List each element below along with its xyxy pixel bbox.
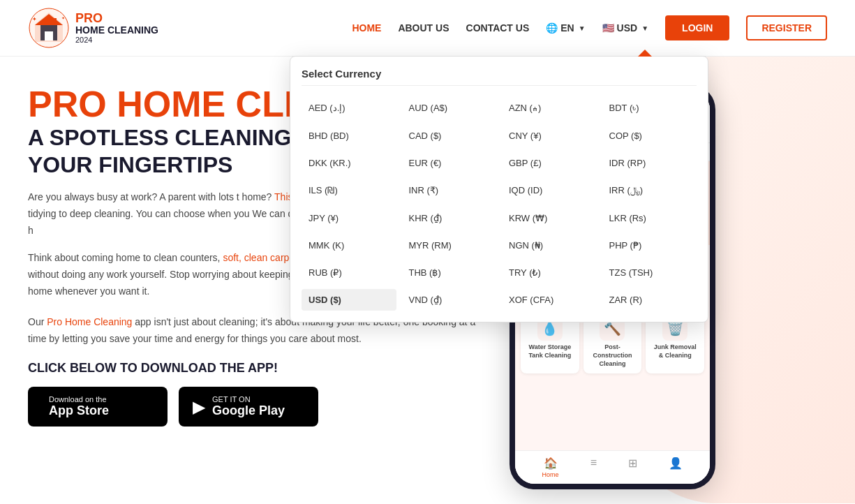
lang-code: EN [560,22,574,34]
currency-option[interactable]: XOF (CFA) [502,289,597,311]
currency-option[interactable]: IQD (ID) [502,179,597,202]
currency-option[interactable]: KRW (₩) [502,207,597,229]
login-button[interactable]: LOGIN [665,15,729,40]
nav-contact[interactable]: CONTACT US [466,22,530,34]
currency-option[interactable]: CNY (¥) [502,125,597,147]
currency-code: USD [617,22,638,34]
currency-option[interactable]: MMK (K) [302,235,396,256]
bottom-nav-user[interactable]: 👤 [669,457,683,478]
service-label: Post- Construction Cleaning [593,343,632,368]
google-play-text: GET IT ON Google Play [212,395,285,418]
currency-option[interactable]: DKK (KR.) [302,152,396,174]
app-store-text: Download on the App Store [49,395,109,418]
currency-option[interactable]: NGN (₦) [502,235,597,256]
currency-option[interactable]: COP ($) [602,125,697,147]
currency-grid: AED (إ.د)AUD (A$)AZN (₼)BDT (৳)BHD (BD)C… [302,97,697,311]
bottom-nav-grid[interactable]: ⊞ [628,457,637,478]
currency-option[interactable]: AUD (A$) [402,97,497,119]
currency-option[interactable]: VND (₫) [402,289,497,311]
header: ✦ ✦ PRO HOME CLEANING 2024 HOME ABOUT US… [0,0,855,57]
dropdown-arrow-icon [638,50,652,57]
bottom-nav-list[interactable]: ≡ [590,457,597,478]
language-selector[interactable]: 🌐 EN ▼ [546,22,585,34]
currency-option[interactable]: ZAR (R) [602,289,697,311]
google-play-icon: ▶ [193,397,205,417]
currency-option[interactable]: GBP (£) [502,152,597,174]
google-play-button[interactable]: ▶ GET IT ON Google Play [179,387,318,427]
app-buttons: Download on the App Store ▶ GET IT ON Go… [28,387,482,427]
currency-option[interactable]: IRR (﷼) [602,179,697,202]
logo-year: 2024 [75,36,158,44]
logo-text: PRO HOME CLEANING 2024 [75,12,158,44]
currency-option[interactable]: JPY (¥) [302,207,396,229]
currency-chevron-icon: ▼ [641,24,648,32]
globe-icon: 🌐 [546,22,558,34]
svg-text:✦: ✦ [32,16,37,22]
google-play-small: GET IT ON [212,395,285,403]
currency-option[interactable]: LKR (Rs) [602,207,697,229]
lang-chevron-icon: ▼ [579,24,586,32]
grid-icon: ⊞ [628,457,637,470]
currency-option[interactable]: AZN (₼) [502,97,597,119]
svg-rect-4 [45,31,53,40]
svg-rect-5 [53,18,57,25]
currency-option[interactable]: EUR (€) [402,152,497,174]
google-play-big: Google Play [212,403,285,418]
service-label: Water Storage Tank Cleaning [528,343,571,360]
currency-option[interactable]: TRY (₺) [502,262,597,283]
svg-text:✦: ✦ [61,16,65,20]
app-store-big: App Store [49,403,109,418]
logo-home-cleaning: HOME CLEANING [75,24,158,36]
currency-option[interactable]: RUB (₽) [302,262,396,283]
currency-option[interactable]: BHD (BD) [302,125,396,147]
currency-flag-icon: 🇺🇸 [602,22,614,34]
service-label: Junk Removal & Cleaning [654,343,697,360]
currency-option[interactable]: USD ($) [302,289,396,311]
currency-option[interactable]: THB (฿) [402,262,497,283]
logo-icon: ✦ ✦ [28,7,70,49]
logo: ✦ ✦ PRO HOME CLEANING 2024 [28,7,158,49]
currency-option[interactable]: BDT (৳) [602,97,697,119]
dropdown-title: Select Currency [302,68,697,86]
nav-area: HOME ABOUT US CONTACT US 🌐 EN ▼ 🇺🇸 USD ▼… [352,15,827,40]
currency-dropdown: Select Currency AED (إ.د)AUD (A$)AZN (₼)… [290,56,708,323]
currency-option[interactable]: INR (₹) [402,179,497,202]
currency-option[interactable]: TZS (TSH) [602,262,697,283]
currency-selector[interactable]: 🇺🇸 USD ▼ [602,22,648,34]
app-store-button[interactable]: Download on the App Store [28,387,168,427]
register-button[interactable]: REGISTER [746,15,827,40]
list-icon: ≡ [590,457,597,469]
bottom-nav-home[interactable]: 🏠 Home [542,457,559,478]
currency-option[interactable]: MYR (RM) [402,235,497,256]
app-store-small: Download on the [49,395,109,403]
download-cta: CLICK BELOW TO DOWNLOAD THE APP! [28,361,482,376]
currency-option[interactable]: PHP (₱) [602,235,697,256]
home-icon: 🏠 [544,457,558,470]
currency-option[interactable]: AED (إ.د) [302,97,396,119]
logo-pro: PRO [75,12,158,24]
phone-bottom-nav: 🏠 Home ≡ ⊞ 👤 [515,450,710,484]
currency-option[interactable]: ILS (₪) [302,179,396,202]
currency-option[interactable]: KHR (₫) [402,207,497,229]
nav-about[interactable]: ABOUT US [398,22,449,34]
currency-option[interactable]: IDR (RP) [602,152,697,174]
nav-home[interactable]: HOME [352,22,381,34]
user-icon: 👤 [669,457,683,470]
currency-option[interactable]: CAD ($) [402,125,497,147]
